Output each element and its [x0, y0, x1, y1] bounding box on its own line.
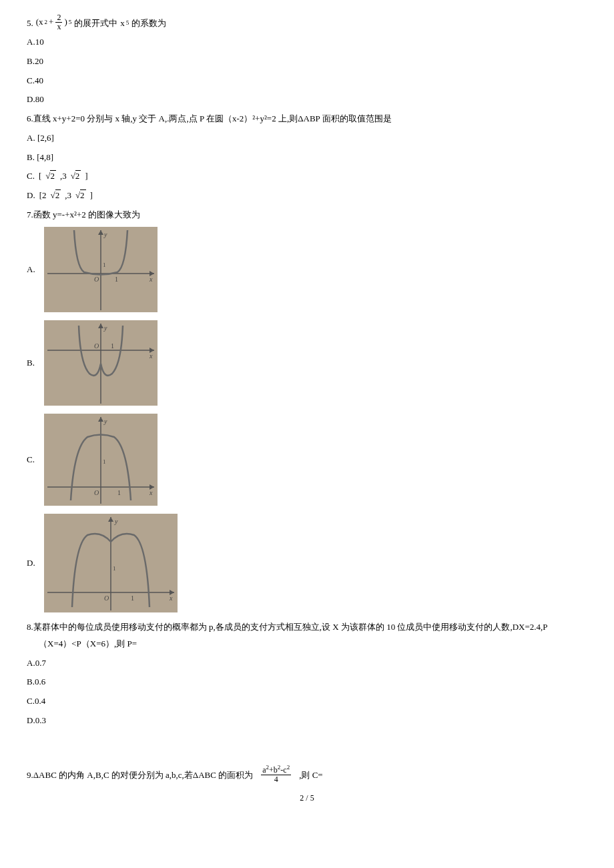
svg-text:x: x	[149, 276, 153, 283]
q5-option-d: D.80	[27, 91, 587, 108]
svg-marker-3	[98, 230, 103, 235]
sqrt-icon: 2	[75, 187, 86, 204]
q6-option-b: B. [4,8]	[27, 149, 587, 166]
question-8: 8.某群体中的每位成员使用移动支付的概率都为 p,各成员的支付方式相互独立,设 …	[27, 619, 587, 729]
svg-text:1: 1	[111, 342, 114, 350]
q6-option-d: D. [22,32]	[27, 187, 587, 204]
svg-text:O: O	[94, 489, 99, 496]
fraction-icon: 2 x	[55, 13, 62, 31]
q7-option-a: A. O 1 y x 1	[27, 223, 587, 316]
svg-text:x: x	[169, 594, 173, 602]
question-5: 5. (x2 + 2 x )5 的展开式中 x5 的系数为 A.10 B.20 …	[27, 13, 587, 108]
page-number: 2 / 5	[27, 791, 587, 806]
q6-stem: 6.直线 x+y+2=0 分别与 x 轴,y 交于 A,.两点,点 P 在圆（x…	[27, 111, 587, 127]
sqrt-icon: 2	[45, 168, 56, 185]
q7-option-b: B. O 1 y x	[27, 316, 587, 410]
svg-text:1: 1	[103, 262, 106, 268]
q5-x5: x5	[120, 15, 129, 32]
q9-stem: 9.ΔABC 的内角 A,B,C 的对便分别为 a,b,c,若ΔABC 的面积为…	[27, 765, 587, 784]
graph-c-image: O 1 y x 1	[44, 414, 158, 506]
svg-text:y: y	[103, 324, 107, 332]
svg-text:y: y	[103, 418, 107, 425]
q7-option-d: D. O 1 y x 1	[27, 510, 587, 616]
q6-option-c: C. [2,32]	[27, 168, 587, 185]
svg-text:1: 1	[115, 276, 118, 283]
svg-text:O: O	[104, 594, 109, 602]
svg-text:O: O	[94, 276, 99, 283]
svg-text:x: x	[149, 352, 153, 360]
fraction-icon: a2+b2-c2 4	[261, 765, 291, 784]
svg-marker-29	[108, 517, 113, 522]
q5-option-a: A.10	[27, 34, 587, 51]
svg-marker-20	[98, 417, 103, 422]
question-9: 9.ΔABC 的内角 A,B,C 的对便分别为 a,b,c,若ΔABC 的面积为…	[27, 765, 587, 784]
svg-text:x: x	[149, 489, 153, 496]
sqrt-icon: 2	[71, 168, 81, 185]
q5-option-c: C.40	[27, 73, 587, 89]
q9-part1: 9.ΔABC 的内角 A,B,C 的对便分别为 a,b,c,若ΔABC 的面积为	[27, 767, 253, 784]
q5-stem: 5. (x2 + 2 x )5 的展开式中 x5 的系数为	[27, 13, 587, 31]
q5-text-end: 的系数为	[131, 15, 166, 32]
q8-option-a: A.0.7	[27, 655, 587, 672]
svg-text:y: y	[114, 518, 118, 525]
sqrt-icon: 2	[50, 187, 61, 204]
q7-stem: 7.函数 y=-+x²+2 的图像大致为	[27, 207, 587, 224]
q5-option-b: B.20	[27, 53, 587, 70]
q9-part2: ,则 C=	[299, 767, 323, 784]
q8-option-d: D.0.3	[27, 713, 587, 729]
q8-stem-line1: 8.某群体中的每位成员使用移动支付的概率都为 p,各成员的支付方式相互独立,设 …	[27, 619, 587, 636]
q5-text-mid: 的展开式中	[74, 15, 117, 32]
q5-number: 5.	[27, 15, 33, 32]
graph-d-image: O 1 y x 1	[44, 514, 178, 612]
graph-a-image: O 1 y x 1	[44, 227, 158, 312]
svg-text:1: 1	[113, 565, 116, 572]
q6-option-a: A. [2,6]	[27, 130, 587, 147]
svg-text:y: y	[103, 231, 107, 238]
svg-marker-12	[98, 324, 103, 328]
svg-text:O: O	[94, 342, 99, 350]
question-6: 6.直线 x+y+2=0 分别与 x 轴,y 交于 A,.两点,点 P 在圆（x…	[27, 111, 587, 203]
q5-formula: (x2 + 2 x )5	[36, 13, 72, 31]
q7-option-c: C. O 1 y x 1	[27, 410, 587, 510]
svg-text:1: 1	[131, 594, 134, 602]
q8-option-c: C.0.4	[27, 693, 587, 710]
graph-b-image: O 1 y x	[44, 320, 158, 406]
question-7: 7.函数 y=-+x²+2 的图像大致为 A. O 1 y x 1 B.	[27, 207, 587, 617]
svg-text:1: 1	[103, 458, 106, 465]
q8-stem-line2: （X=4）<P（X=6）,则 P=	[27, 636, 587, 653]
svg-text:1: 1	[117, 489, 121, 496]
q8-option-b: B.0.6	[27, 674, 587, 691]
